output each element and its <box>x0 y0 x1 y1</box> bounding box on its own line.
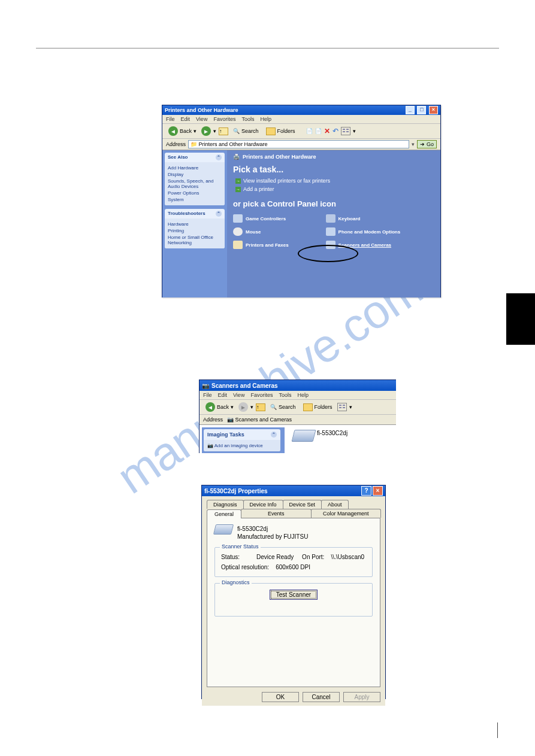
onport-label: On Port: <box>302 554 324 560</box>
arrow-icon: → <box>235 187 241 192</box>
menu-view[interactable]: View <box>233 392 244 398</box>
see-also-panel: See Also⌃ Add Hardware Display Sounds, S… <box>165 153 225 205</box>
ok-button[interactable]: OK <box>262 692 299 702</box>
sidebar-item-add-hardware[interactable]: Add Hardware <box>168 165 222 171</box>
address-input[interactable]: 📁 Printers and Other Hardware <box>188 140 409 148</box>
menu-favorites[interactable]: Favorites <box>250 392 273 398</box>
chevron-icon[interactable]: ⌃ <box>216 154 222 160</box>
keyboard-icon <box>326 214 335 223</box>
address-bar: Address 📷 Scanners and Cameras <box>200 415 396 425</box>
highlight-ellipse <box>298 245 358 262</box>
minimize-button[interactable]: _ <box>406 106 415 114</box>
test-scanner-button[interactable]: Test Scanner <box>270 590 318 600</box>
menu-edit[interactable]: Edit <box>181 116 191 122</box>
menu-view[interactable]: View <box>196 116 207 122</box>
close-button[interactable]: × <box>373 486 383 496</box>
manufacturer: Manufactured by FUJITSU <box>237 533 308 540</box>
group-label: Diagnostics <box>220 579 252 585</box>
cp-phone-modem[interactable]: Phone and Modem Options <box>326 227 419 236</box>
menu-favorites[interactable]: Favorites <box>213 116 235 122</box>
window-controls: _ □ × <box>404 106 438 114</box>
help-button[interactable]: ? <box>361 486 371 496</box>
cp-keyboard[interactable]: Keyboard <box>326 214 419 223</box>
menu-file[interactable]: File <box>203 392 212 398</box>
tab-device-info[interactable]: Device Info <box>243 500 283 509</box>
address-input[interactable]: 📷 Scanners and Cameras <box>225 416 392 423</box>
menu-help[interactable]: Help <box>260 116 271 122</box>
side-pane: See Also⌃ Add Hardware Display Sounds, S… <box>162 150 227 297</box>
tab-general[interactable]: General <box>207 509 241 518</box>
search-button[interactable]: 🔍Search <box>268 403 298 411</box>
address-bar: Address 📁 Printers and Other Hardware ▾ … <box>162 139 440 150</box>
breadcrumb: 🖨️ Printers and Other Hardware <box>233 154 434 160</box>
icon-1[interactable]: 📄 <box>306 128 313 134</box>
task-add-imaging-device[interactable]: 📷 Add an imaging device <box>207 443 277 448</box>
scanners-cameras-window: 📷 Scanners and Cameras File Edit View Fa… <box>199 379 396 453</box>
views-icon[interactable] <box>337 403 347 411</box>
printer-icon: 🖨️ <box>233 154 240 160</box>
menu-bar: File Edit View Favorites Tools Help <box>162 115 440 124</box>
folders-button[interactable]: Folders <box>264 127 298 136</box>
forward-button[interactable]: ► <box>238 402 248 412</box>
back-button[interactable]: ◄Back ▾ <box>166 126 199 136</box>
tab-diagnosis[interactable]: Diagnosis <box>207 500 244 509</box>
views-icon[interactable] <box>341 127 350 135</box>
arrow-icon: → <box>235 178 241 184</box>
task-add-printer[interactable]: →Add a printer <box>235 186 434 192</box>
close-button[interactable]: × <box>429 106 438 114</box>
sidebar-item-sounds[interactable]: Sounds, Speech, and Audio Devices <box>168 178 222 189</box>
cancel-button[interactable]: Cancel <box>303 692 340 702</box>
up-icon[interactable]: ↑ <box>219 127 228 135</box>
menu-tools[interactable]: Tools <box>279 392 291 398</box>
page-rule <box>36 48 499 48</box>
undo-icon[interactable]: ↶ <box>333 127 338 135</box>
address-label: Address <box>166 141 186 147</box>
back-icon: ◄ <box>205 402 215 412</box>
sidebar-item-system[interactable]: System <box>168 197 222 202</box>
sidebar-item-printing[interactable]: Printing <box>168 228 222 233</box>
back-button[interactable]: ◄Back ▾ <box>203 402 236 412</box>
pick-task-heading: Pick a task... <box>233 165 434 174</box>
tab-device-set[interactable]: Device Set <box>283 500 322 509</box>
properties-dialog: fi-5530C2dj Properties ? × Diagnosis Dev… <box>201 485 386 699</box>
model-name: fi-5530C2dj <box>237 526 308 532</box>
phone-modem-icon <box>326 227 335 236</box>
task-view-printers[interactable]: →View installed printers or fax printers <box>235 178 434 184</box>
menu-file[interactable]: File <box>166 116 175 122</box>
scanner-icon: 📷 <box>202 382 209 389</box>
side-tab <box>506 293 535 345</box>
go-button[interactable]: ➜ Go <box>417 140 437 148</box>
tab-content: fi-5530C2dj Manufactured by FUJITSU Scan… <box>207 518 380 687</box>
troubleshooters-panel: Troubleshooters⌃ Hardware Printing Home … <box>165 209 225 248</box>
scanner-device-icon[interactable] <box>292 430 316 442</box>
menu-edit[interactable]: Edit <box>218 392 228 398</box>
tab-about[interactable]: About <box>321 500 349 509</box>
up-icon[interactable]: ↑ <box>256 403 265 411</box>
titlebar: fi-5530C2dj Properties ? × <box>202 485 385 496</box>
tab-events[interactable]: Events <box>241 509 311 518</box>
chevron-icon[interactable]: ⌃ <box>271 432 277 438</box>
main-pane: 🖨️ Printers and Other Hardware Pick a ta… <box>227 150 440 297</box>
tab-color-management[interactable]: Color Management <box>311 509 381 518</box>
forward-button[interactable]: ► <box>201 126 211 136</box>
printers-hardware-window: Printers and Other Hardware _ □ × File E… <box>162 105 441 297</box>
sidebar-item-power[interactable]: Power Options <box>168 190 222 196</box>
icon-2[interactable]: 📄 <box>315 128 322 134</box>
back-icon: ◄ <box>168 126 178 136</box>
folders-button[interactable]: Folders <box>301 403 335 412</box>
delete-icon[interactable]: ✕ <box>324 127 330 135</box>
maximize-button[interactable]: □ <box>417 106 426 114</box>
cp-game-controllers[interactable]: Game Controllers <box>233 214 326 223</box>
scanner-status-group: Scanner Status Status: Device Ready On P… <box>214 547 373 577</box>
menu-tools[interactable]: Tools <box>241 116 254 122</box>
device-label[interactable]: fi-5530C2dj <box>317 430 347 436</box>
chevron-icon[interactable]: ⌃ <box>216 211 222 217</box>
apply-button[interactable]: Apply <box>343 692 380 702</box>
toolbar: ◄Back ▾ ► ▾ ↑ 🔍Search Folders 📄 📄 ✕ ↶ ▾ <box>162 124 440 139</box>
menu-help[interactable]: Help <box>297 392 309 398</box>
cp-mouse[interactable]: Mouse <box>233 227 326 236</box>
search-button[interactable]: 🔍Search <box>231 127 261 135</box>
sidebar-item-hardware[interactable]: Hardware <box>168 221 222 227</box>
sidebar-item-networking[interactable]: Home or Small Office Networking <box>168 235 222 245</box>
sidebar-item-display[interactable]: Display <box>168 172 222 177</box>
